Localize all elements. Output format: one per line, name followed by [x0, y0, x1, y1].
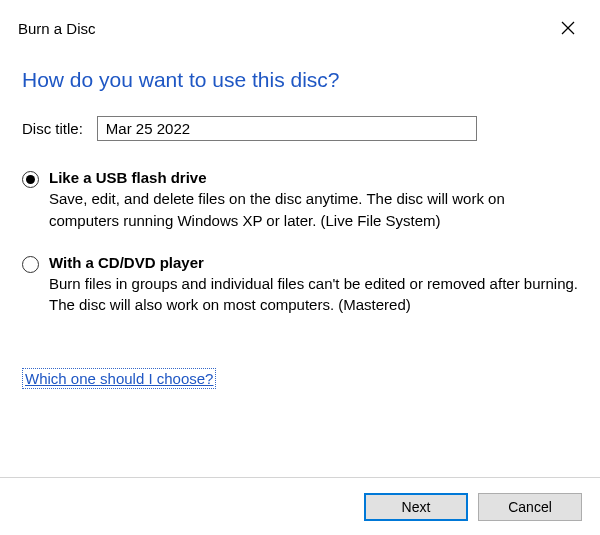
help-link-which-one[interactable]: Which one should I choose?: [22, 368, 216, 389]
burn-disc-dialog: Burn a Disc How do you want to use this …: [0, 0, 600, 535]
disc-title-label: Disc title:: [22, 120, 83, 137]
disc-title-row: Disc title:: [22, 116, 578, 141]
close-button[interactable]: [554, 14, 582, 42]
option-usb-title: Like a USB flash drive: [49, 169, 578, 186]
option-usb-desc: Save, edit, and delete files on the disc…: [49, 188, 578, 232]
content-area: How do you want to use this disc? Disc t…: [0, 50, 600, 389]
dialog-footer: Next Cancel: [0, 477, 600, 535]
close-icon: [561, 21, 575, 35]
option-usb-body: Like a USB flash drive Save, edit, and d…: [49, 169, 578, 232]
radio-usb-flash-drive[interactable]: [22, 171, 39, 188]
option-cddvd-desc: Burn files in groups and individual file…: [49, 273, 578, 317]
window-title: Burn a Disc: [18, 20, 96, 37]
cancel-button[interactable]: Cancel: [478, 493, 582, 521]
option-usb-flash-drive[interactable]: Like a USB flash drive Save, edit, and d…: [22, 169, 578, 232]
option-cd-dvd-player[interactable]: With a CD/DVD player Burn files in group…: [22, 254, 578, 317]
option-cddvd-title: With a CD/DVD player: [49, 254, 578, 271]
titlebar: Burn a Disc: [0, 0, 600, 50]
disc-title-input[interactable]: [97, 116, 477, 141]
next-button[interactable]: Next: [364, 493, 468, 521]
option-cddvd-body: With a CD/DVD player Burn files in group…: [49, 254, 578, 317]
page-heading: How do you want to use this disc?: [22, 68, 578, 92]
radio-cd-dvd-player[interactable]: [22, 256, 39, 273]
